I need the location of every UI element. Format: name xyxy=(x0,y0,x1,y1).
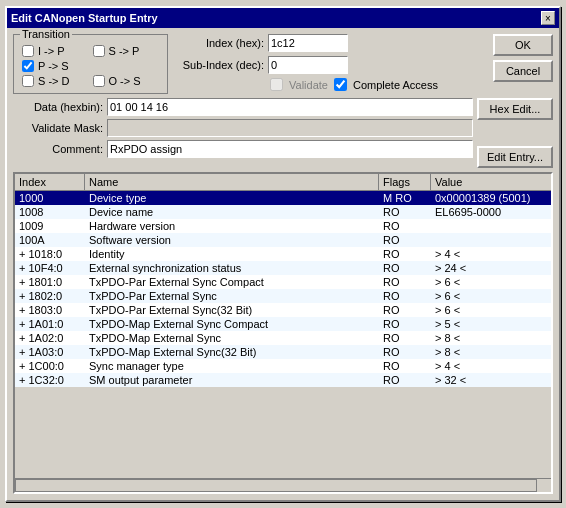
table-cell-name: SM output parameter xyxy=(85,373,379,387)
table-row[interactable]: + 1C32:0SM output parameterRO> 32 < xyxy=(15,373,551,387)
transition-group: Transition I -> P S -> P P -> S xyxy=(13,34,168,94)
index-label: Index (hex): xyxy=(174,37,264,49)
table-cell-name: Device name xyxy=(85,205,379,219)
table-cell-value: > 8 < xyxy=(431,331,551,345)
table-cell-name: TxPDO-Par External Sync xyxy=(85,289,379,303)
checkbox-i-p[interactable]: I -> P xyxy=(22,45,89,57)
checkbox-o-s[interactable]: O -> S xyxy=(93,75,160,87)
table-cell-value xyxy=(431,233,551,247)
side-buttons: Hex Edit... Edit Entry... xyxy=(477,98,553,168)
checkbox-o-s-label: O -> S xyxy=(109,75,141,87)
checkbox-s-d-input[interactable] xyxy=(22,75,34,87)
table-cell-flags: RO xyxy=(379,303,431,317)
table-cell-index: + 1C32:0 xyxy=(15,373,85,387)
form-section: Index (hex): Sub-Index (dec): Validate C… xyxy=(174,34,487,91)
table-cell-value: > 4 < xyxy=(431,359,551,373)
transition-legend: Transition xyxy=(20,28,72,40)
checkbox-s-p-input[interactable] xyxy=(93,45,105,57)
table-cell-value: > 24 < xyxy=(431,261,551,275)
checkbox-i-p-input[interactable] xyxy=(22,45,34,57)
table-cell-value: EL6695-0000 xyxy=(431,205,551,219)
validate-mask-input[interactable] xyxy=(107,119,473,137)
table-cell-flags: RO xyxy=(379,233,431,247)
comment-label: Comment: xyxy=(13,143,103,155)
top-row: Transition I -> P S -> P P -> S xyxy=(13,34,553,94)
table-row[interactable]: 100ASoftware versionRO xyxy=(15,233,551,247)
table-cell-flags: RO xyxy=(379,205,431,219)
table-cell-name: Hardware version xyxy=(85,219,379,233)
data-section: Data (hexbin): Validate Mask: Comment: H… xyxy=(13,98,553,168)
edit-entry-button[interactable]: Edit Entry... xyxy=(477,146,553,168)
complete-access-checkbox[interactable] xyxy=(334,78,347,91)
cancel-button[interactable]: Cancel xyxy=(493,60,553,82)
h-scrollbar[interactable] xyxy=(15,479,537,492)
table-row[interactable]: + 10F4:0External synchronization statusR… xyxy=(15,261,551,275)
checkbox-i-p-label: I -> P xyxy=(38,45,65,57)
validate-checkbox[interactable] xyxy=(270,78,283,91)
table-cell-value: > 6 < xyxy=(431,289,551,303)
table-row[interactable]: + 1A03:0TxPDO-Map External Sync(32 Bit)R… xyxy=(15,345,551,359)
table-cell-name: Device type xyxy=(85,191,379,205)
table-cell-name: Software version xyxy=(85,233,379,247)
table-cell-index: 100A xyxy=(15,233,85,247)
table-row[interactable]: + 1A01:0TxPDO-Map External Sync CompactR… xyxy=(15,317,551,331)
table-cell-index: 1000 xyxy=(15,191,85,205)
table-row[interactable]: + 1C00:0Sync manager typeRO> 4 < xyxy=(15,359,551,373)
subindex-row: Sub-Index (dec): xyxy=(174,56,487,74)
index-input[interactable] xyxy=(268,34,348,52)
checkbox-s-d-label: S -> D xyxy=(38,75,69,87)
table-cell-index: + 1A01:0 xyxy=(15,317,85,331)
data-label: Data (hexbin): xyxy=(13,101,103,113)
table-cell-flags: RO xyxy=(379,219,431,233)
data-hex-row: Data (hexbin): xyxy=(13,98,473,116)
index-row: Index (hex): xyxy=(174,34,487,52)
table-cell-flags: RO xyxy=(379,275,431,289)
table-cell-flags: RO xyxy=(379,261,431,275)
table-row[interactable]: + 1A02:0TxPDO-Map External SyncRO> 8 < xyxy=(15,331,551,345)
table-cell-index: + 1018:0 xyxy=(15,247,85,261)
complete-access-label: Complete Access xyxy=(353,79,438,91)
comment-input[interactable] xyxy=(107,140,473,158)
subindex-input[interactable] xyxy=(268,56,348,74)
table-cell-name: External synchronization status xyxy=(85,261,379,275)
table-row[interactable]: + 1801:0TxPDO-Par External Sync CompactR… xyxy=(15,275,551,289)
table-cell-flags: RO xyxy=(379,289,431,303)
h-scrollbar-container xyxy=(15,478,551,492)
table-row[interactable]: + 1802:0TxPDO-Par External SyncRO> 6 < xyxy=(15,289,551,303)
close-button[interactable]: × xyxy=(541,11,555,25)
checkbox-p-s[interactable]: P -> S xyxy=(22,60,89,72)
table-wrapper: Index Name Flags Value 1000Device typeM … xyxy=(13,172,553,494)
table-cell-flags: RO xyxy=(379,247,431,261)
ok-button[interactable]: OK xyxy=(493,34,553,56)
data-hex-input[interactable] xyxy=(107,98,473,116)
hex-edit-button[interactable]: Hex Edit... xyxy=(477,98,553,120)
checkbox-o-s-input[interactable] xyxy=(93,75,105,87)
col-flags: Flags xyxy=(379,174,431,190)
table-cell-value: > 6 < xyxy=(431,275,551,289)
window-content: Transition I -> P S -> P P -> S xyxy=(7,28,559,500)
table-row[interactable]: 1008Device nameROEL6695-0000 xyxy=(15,205,551,219)
table-row[interactable]: + 1018:0IdentityRO> 4 < xyxy=(15,247,551,261)
table-cell-value: > 5 < xyxy=(431,317,551,331)
table-cell-name: TxPDO-Map External Sync xyxy=(85,331,379,345)
table-cell-value: > 6 < xyxy=(431,303,551,317)
table-cell-flags: RO xyxy=(379,359,431,373)
checkbox-s-p[interactable]: S -> P xyxy=(93,45,160,57)
table-cell-flags: RO xyxy=(379,345,431,359)
scrollbar-corner xyxy=(537,479,551,492)
subindex-label: Sub-Index (dec): xyxy=(174,59,264,71)
validate-mask-label: Validate Mask: xyxy=(13,122,103,134)
checkbox-s-p-label: S -> P xyxy=(109,45,140,57)
table-row[interactable]: + 1803:0TxPDO-Par External Sync(32 Bit)R… xyxy=(15,303,551,317)
table-cell-name: TxPDO-Par External Sync Compact xyxy=(85,275,379,289)
col-index: Index xyxy=(15,174,85,190)
table-row[interactable]: 1000Device typeM RO0x00001389 (5001) xyxy=(15,191,551,205)
validate-row: Validate Complete Access xyxy=(174,78,487,91)
table-cell-index: + 1C00:0 xyxy=(15,359,85,373)
table-row[interactable]: 1009Hardware versionRO xyxy=(15,219,551,233)
checkbox-s-d[interactable]: S -> D xyxy=(22,75,89,87)
col-name: Name xyxy=(85,174,379,190)
table-cell-value xyxy=(431,219,551,233)
table-body[interactable]: 1000Device typeM RO0x00001389 (5001) 100… xyxy=(15,191,551,478)
checkbox-p-s-input[interactable] xyxy=(22,60,34,72)
